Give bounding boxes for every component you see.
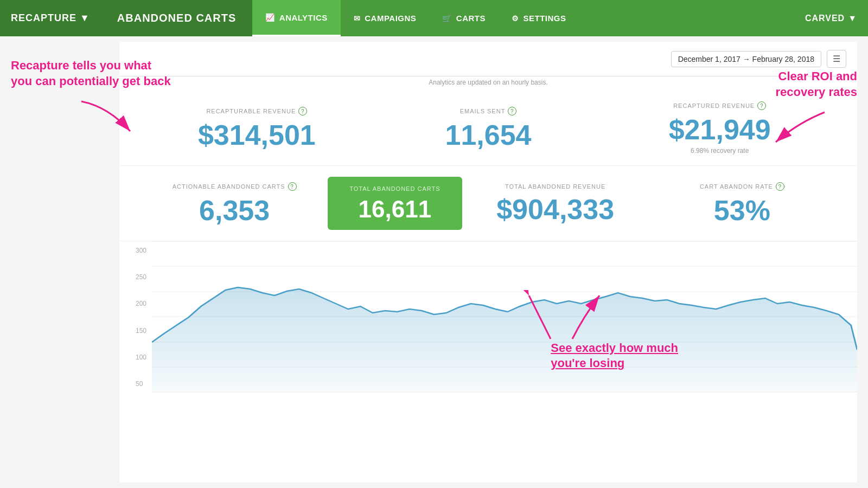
tab-analytics[interactable]: 📈 ANALYTICS	[252, 0, 340, 36]
brand-name: RECAPTURE	[11, 12, 76, 24]
emails-sent-help-icon[interactable]: ?	[508, 107, 516, 115]
stats-row-top: RECAPTURABLE REVENUE ? $314,501 EMAILS S…	[119, 91, 857, 166]
stat-recapturable-revenue: RECAPTURABLE REVENUE ? $314,501	[141, 107, 373, 149]
dashboard-panel: December 1, 2017 → February 28, 2018 ☰ A…	[119, 42, 857, 483]
top-navigation: RECAPTURE ▼ ABANDONED CARTS 📈 ANALYTICS …	[0, 0, 868, 36]
recapturable-revenue-help-icon[interactable]: ?	[298, 107, 307, 115]
stat-total-carts-value: 16,611	[349, 197, 440, 221]
stat-emails-sent: EMAILS SENT ? 11,654	[373, 107, 604, 149]
tab-campaigns-label: CAMPAIGNS	[365, 14, 416, 23]
date-range-value: December 1, 2017 → February 28, 2018	[678, 55, 814, 63]
date-filter-bar: December 1, 2017 → February 28, 2018 ☰	[119, 42, 857, 76]
main-content: Recapture tells you what you can potenti…	[0, 36, 868, 488]
stat-emails-sent-value: 11,654	[373, 121, 604, 149]
filter-icon-button[interactable]: ☰	[827, 50, 846, 68]
right-annotation: Clear ROI and recovery rates	[776, 69, 857, 100]
brand-dropdown-arrow: ▼	[80, 12, 90, 24]
stat-actionable-carts-value: 6,353	[141, 196, 328, 224]
analytics-icon: 📈	[265, 13, 275, 22]
store-name: CARVED	[805, 14, 845, 23]
chart-y-axis: 300 250 200 150 100 50	[136, 247, 146, 388]
y-label-150: 150	[136, 327, 146, 335]
stat-actionable-carts-label: ACTIONABLE ABANDONED CARTS ?	[141, 182, 328, 191]
trend-chart	[152, 241, 857, 393]
tab-carts-label: CARTS	[456, 14, 486, 23]
stat-cart-abandon-rate: CART ABANDON RATE ? 53%	[649, 182, 835, 224]
tab-settings-label: SETTINGS	[524, 14, 566, 23]
stat-emails-sent-label: EMAILS SENT ?	[373, 107, 604, 115]
date-range-picker[interactable]: December 1, 2017 → February 28, 2018	[671, 51, 821, 67]
right-annotation-arrow	[765, 107, 830, 150]
stat-abandon-rate-label: CART ABANDON RATE ?	[649, 182, 835, 191]
y-label-250: 250	[136, 273, 146, 281]
stat-total-abandoned-carts: TOTAL ABANDONED CARTS 16,611	[328, 177, 462, 230]
tab-analytics-label: ANALYTICS	[279, 13, 328, 22]
bottom-annotation: See exactly how much you're losing	[551, 341, 678, 371]
campaigns-icon: ✉	[354, 14, 361, 23]
stat-recapturable-revenue-label: RECAPTURABLE REVENUE ?	[141, 107, 373, 115]
abandon-rate-help-icon[interactable]: ?	[776, 182, 784, 191]
stat-recapturable-revenue-value: $314,501	[141, 121, 373, 149]
stat-abandon-rate-value: 53%	[649, 196, 835, 224]
y-label-100: 100	[136, 354, 146, 361]
store-dropdown-arrow: ▼	[848, 14, 857, 23]
y-label-50: 50	[136, 380, 146, 388]
left-annotation: Recapture tells you what you can potenti…	[11, 58, 171, 89]
right-annotation-text: Clear ROI and recovery rates	[776, 69, 857, 100]
stat-total-abandoned-revenue: TOTAL ABANDONED REVENUE $904,333	[462, 183, 649, 223]
hourly-note: Analytics are updated on an hourly basis…	[119, 76, 857, 91]
left-annotation-text: Recapture tells you what you can potenti…	[11, 58, 171, 89]
chart-area: 300 250 200 150 100 50	[119, 241, 857, 395]
brand-logo[interactable]: RECAPTURE ▼	[0, 0, 101, 36]
stat-total-revenue-label: TOTAL ABANDONED REVENUE	[462, 183, 649, 190]
store-selector[interactable]: CARVED ▼	[794, 0, 868, 36]
nav-tabs-container: 📈 ANALYTICS ✉ CAMPAIGNS 🛒 CARTS ⚙ SETTIN…	[252, 0, 794, 36]
left-annotation-arrow	[76, 96, 141, 139]
y-label-200: 200	[136, 300, 146, 307]
section-title: ABANDONED CARTS	[101, 0, 252, 36]
y-label-300: 300	[136, 247, 146, 254]
stat-actionable-abandoned-carts: ACTIONABLE ABANDONED CARTS ? 6,353	[141, 182, 328, 224]
tab-settings[interactable]: ⚙ SETTINGS	[499, 0, 579, 36]
actionable-carts-help-icon[interactable]: ?	[288, 182, 297, 191]
settings-icon: ⚙	[512, 14, 519, 23]
stat-total-carts-label: TOTAL ABANDONED CARTS	[349, 185, 440, 192]
carts-icon: 🛒	[442, 14, 452, 23]
tab-carts[interactable]: 🛒 CARTS	[429, 0, 499, 36]
bottom-annotation-text: See exactly how much you're losing	[551, 341, 678, 371]
stats-row-bottom: ACTIONABLE ABANDONED CARTS ? 6,353 TOTAL…	[119, 166, 857, 241]
bottom-annotation-arrows	[518, 290, 627, 344]
stat-total-revenue-value: $904,333	[462, 195, 649, 223]
tab-campaigns[interactable]: ✉ CAMPAIGNS	[341, 0, 430, 36]
